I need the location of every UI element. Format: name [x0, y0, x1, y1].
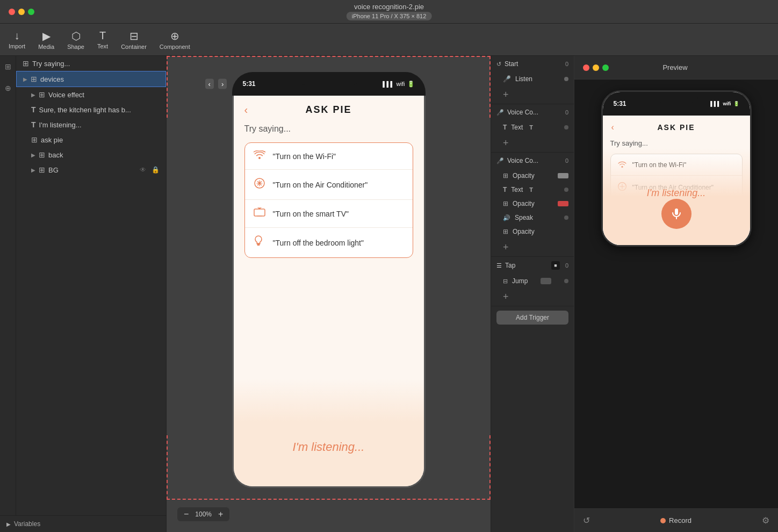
interaction-start-header[interactable]: ↺ Start 0: [491, 56, 574, 72]
container-icon: ⊟: [129, 30, 139, 42]
device-label[interactable]: iPhone 11 Pro / X 375 × 812: [347, 12, 432, 20]
nav-back-btn[interactable]: ‹: [205, 79, 214, 89]
maximize-button[interactable]: [28, 9, 34, 15]
interaction-voice1-header[interactable]: 🎤 Voice Co... 0: [491, 104, 574, 120]
jump-badge: [541, 278, 551, 284]
preview-mic-button[interactable]: [661, 199, 691, 229]
refresh-icon[interactable]: ↺: [583, 515, 590, 526]
preview-app-title: ASK PIE: [657, 123, 695, 132]
add-trigger-button[interactable]: Add Trigger: [496, 311, 568, 325]
start-header-icon: ↺: [496, 61, 501, 68]
canvas-area: 5:31 ▌▌▌ wifi 🔋 ‹ › ‹ ASK PIE: [167, 56, 491, 532]
tap-value: 0: [565, 262, 568, 269]
container-tool[interactable]: ⊟ Container: [121, 30, 147, 50]
import-label: Import: [9, 43, 25, 49]
light-suggestion-icon: [254, 235, 266, 250]
interaction-opacity2: ⊞ Opacity: [491, 197, 574, 211]
zoom-out-button[interactable]: −: [182, 509, 191, 519]
layer-voice-effect-label: Voice effect: [48, 91, 160, 99]
interaction-text2: T Text T: [491, 183, 574, 197]
shape-icon: ⬡: [71, 30, 81, 42]
record-button[interactable]: Record: [660, 516, 691, 524]
media-tool[interactable]: ▶ Media: [38, 30, 54, 50]
interaction-group-voice2: 🎤 Voice Co... 0 ⊞ Opacity T Text T ⊞ Opa…: [491, 153, 574, 257]
record-dot-icon: [660, 518, 666, 523]
component-tool[interactable]: ⊕ Component: [160, 30, 190, 50]
import-tool[interactable]: ↓ Import: [9, 30, 25, 49]
layer-back-label: back: [48, 151, 160, 159]
layer-im-listening-icon: T: [31, 120, 36, 129]
preview-minimize[interactable]: [593, 64, 599, 71]
layer-devices[interactable]: ▶ ⊞ devices: [16, 71, 166, 87]
interaction-opacity1: ⊞ Opacity: [491, 169, 574, 183]
layer-im-listening[interactable]: T I'm listening...: [16, 117, 166, 132]
layer-try-saying[interactable]: ⊞ Try saying...: [16, 56, 166, 71]
layers-icon[interactable]: ⊞: [5, 62, 11, 71]
layer-devices-chevron: ▶: [23, 76, 27, 82]
phone-subtitle: Try saying...: [244, 124, 413, 134]
layer-bg-lock-icon[interactable]: 🔒: [152, 166, 160, 174]
speak-dot: [564, 215, 568, 220]
start-add-btn[interactable]: +: [491, 86, 574, 104]
record-label: Record: [669, 516, 691, 524]
import-icon: ↓: [15, 30, 20, 42]
phone-body: Try saying...: [234, 124, 424, 258]
component-label: Component: [160, 44, 190, 50]
preview-close[interactable]: [583, 64, 589, 71]
voice1-add-btn[interactable]: +: [491, 134, 574, 152]
interaction-tap-header[interactable]: ☰ Tap ■ 0: [491, 257, 574, 274]
svg-rect-4: [675, 209, 678, 215]
opacity1-icon: ⊞: [503, 172, 508, 179]
text1-label: Text: [511, 124, 523, 131]
nav-forward-btn[interactable]: ›: [218, 79, 227, 89]
text1-type: T: [529, 124, 533, 131]
svg-rect-1: [254, 209, 265, 216]
close-button[interactable]: [9, 9, 15, 15]
suggestion-light-text: "Turn off the bedroom light": [273, 239, 364, 247]
window-title: voice recognition-2.pie: [354, 3, 424, 11]
layer-bg-chevron: ▶: [31, 167, 35, 173]
preview-window: Preview 5:31 ▌▌▌ wifi 🔋: [574, 56, 778, 532]
suggestion-tv: "Turn on the smart TV": [245, 200, 413, 228]
title-bar: voice recognition-2.pie iPhone 11 Pro / …: [0, 0, 778, 24]
minimize-button[interactable]: [18, 9, 25, 15]
phone-back-btn[interactable]: ‹: [244, 104, 248, 116]
text-tool[interactable]: T Text: [97, 30, 108, 49]
voice2-add-btn[interactable]: +: [491, 239, 574, 256]
settings-icon[interactable]: ⚙: [762, 515, 769, 526]
jump-label: Jump: [512, 277, 528, 285]
opacity2-icon: ⊞: [503, 200, 508, 207]
suggestion-card: "Turn on the Wi-Fi" "Turn on the Air Con…: [244, 142, 413, 258]
left-panel: ⊞ ⊕ ⊞ Try saying... ▶ ⊞ devices ▶: [0, 56, 167, 532]
opacity3-icon: ⊞: [503, 228, 508, 235]
main-layout: ⊞ ⊕ ⊞ Try saying... ▶ ⊞ devices ▶: [0, 56, 778, 532]
layer-im-listening-label: I'm listening...: [39, 121, 160, 129]
preview-phone: 5:31 ▌▌▌ wifi 🔋 ‹ ASK PIE: [601, 90, 752, 247]
variables-footer[interactable]: ▶ Variables: [0, 515, 166, 532]
phone-notch: [297, 72, 361, 85]
suggestion-ac-text: "Turn on the Air Conditioner": [273, 181, 368, 189]
layer-ask-pie[interactable]: ⊞ ask pie: [16, 132, 166, 147]
layer-sure-text[interactable]: T Sure, the kitchen light has b...: [16, 102, 166, 117]
layer-back[interactable]: ▶ ⊞ back: [16, 147, 166, 162]
tap-add-btn[interactable]: +: [491, 288, 574, 306]
shape-tool[interactable]: ⬡ Shape: [67, 30, 84, 50]
layer-bg-eye-icon[interactable]: 👁: [140, 166, 146, 174]
layer-voice-effect[interactable]: ▶ ⊞ Voice effect: [16, 87, 166, 102]
text-label: Text: [97, 43, 108, 49]
component-icon: ⊕: [170, 30, 179, 42]
preview-time: 5:31: [614, 100, 626, 107]
suggestion-wifi: "Turn on the Wi-Fi": [245, 143, 413, 170]
preview-maximize[interactable]: [602, 64, 609, 71]
interaction-voice2-header[interactable]: 🎤 Voice Co... 0: [491, 153, 574, 169]
jump-icon: ⊟: [503, 278, 508, 285]
zoom-in-button[interactable]: +: [216, 509, 225, 519]
interactions-panel: ↺ Start 0 🎤 Listen + 🎤 Voice Co... 0 T T…: [491, 56, 574, 532]
layer-sure-text-icon: T: [31, 105, 36, 114]
components-icon[interactable]: ⊕: [5, 84, 11, 92]
interaction-listen: 🎤 Listen: [491, 72, 574, 86]
layer-ask-pie-icon: ⊞: [31, 135, 38, 144]
voice2-value: 0: [565, 157, 568, 164]
preview-back-btn[interactable]: ‹: [611, 123, 614, 132]
layer-bg[interactable]: ▶ ⊞ BG 👁 🔒: [16, 162, 166, 177]
